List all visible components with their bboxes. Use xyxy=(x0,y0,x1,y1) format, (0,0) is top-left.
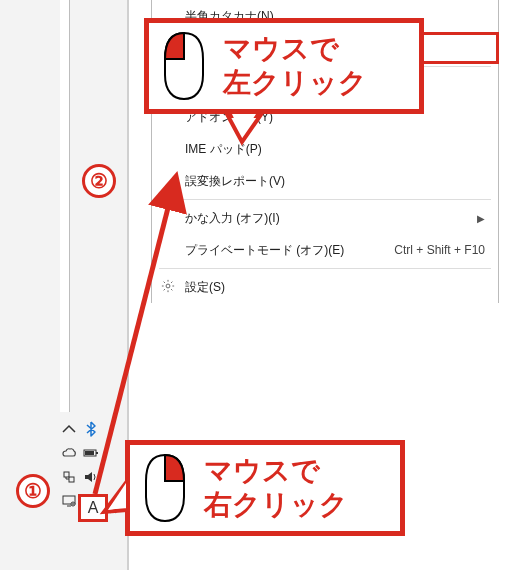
callout-right-click: マウスで 右クリック xyxy=(125,440,405,536)
svg-rect-2 xyxy=(85,451,94,455)
step-badge-2: ② xyxy=(82,164,116,198)
svg-rect-3 xyxy=(64,472,69,477)
volume-icon[interactable] xyxy=(82,468,100,486)
callout-text: マウスで 右クリック xyxy=(204,454,348,521)
menu-item-label: IME パッド(P) xyxy=(185,141,485,158)
callout-line1: マウスで xyxy=(204,454,348,488)
gear-icon xyxy=(151,279,185,295)
svg-point-8 xyxy=(166,284,170,288)
callout-line2: 左クリック xyxy=(223,66,367,100)
mouse-right-icon xyxy=(140,453,190,523)
menu-item-label: プライベートモード (オフ)(E) xyxy=(185,242,394,259)
badge-number: ① xyxy=(24,479,42,503)
callout-line2: 右クリック xyxy=(204,488,348,522)
svg-rect-4 xyxy=(69,477,74,482)
callout-left-click: マウスで 左クリック xyxy=(144,18,424,114)
chevron-up-icon[interactable] xyxy=(60,420,78,438)
menu-separator xyxy=(159,268,491,269)
menu-item-label: 設定(S) xyxy=(185,279,485,296)
ime-indicator[interactable]: A xyxy=(78,494,108,522)
app-window-edge xyxy=(60,0,70,412)
svg-point-7 xyxy=(111,500,115,504)
badge-number: ② xyxy=(90,169,108,193)
battery-icon[interactable] xyxy=(82,444,100,462)
menu-separator xyxy=(159,199,491,200)
submenu-chevron-icon: ▶ xyxy=(471,213,485,224)
menu-item-label: かな入力 (オフ)(I) xyxy=(185,210,471,227)
step-badge-1: ① xyxy=(16,474,50,508)
menu-item-settings[interactable]: 設定(S) xyxy=(151,271,499,303)
callout-text: マウスで 左クリック xyxy=(223,32,367,99)
menu-item-ime-pad[interactable]: IME パッド(P) xyxy=(151,133,499,165)
menu-item-shortcut: Ctrl + Shift + F10 xyxy=(394,243,485,257)
menu-item-private-mode[interactable]: プライベートモード (オフ)(E) Ctrl + Shift + F10 xyxy=(151,234,499,266)
svg-rect-1 xyxy=(96,452,98,454)
monitor-icon[interactable] xyxy=(60,492,78,510)
ime-indicator-letter: A xyxy=(88,499,99,517)
menu-item-misconversion-report[interactable]: 誤変換レポート(V) xyxy=(151,165,499,197)
onedrive-icon[interactable] xyxy=(60,444,78,462)
bluetooth-icon[interactable] xyxy=(82,420,100,438)
mouse-left-icon xyxy=(159,31,209,101)
menu-item-label: 誤変換レポート(V) xyxy=(185,173,485,190)
menu-item-kana-input[interactable]: かな入力 (オフ)(I) ▶ xyxy=(151,202,499,234)
network-icon[interactable] xyxy=(60,468,78,486)
callout-line1: マウスで xyxy=(223,32,367,66)
